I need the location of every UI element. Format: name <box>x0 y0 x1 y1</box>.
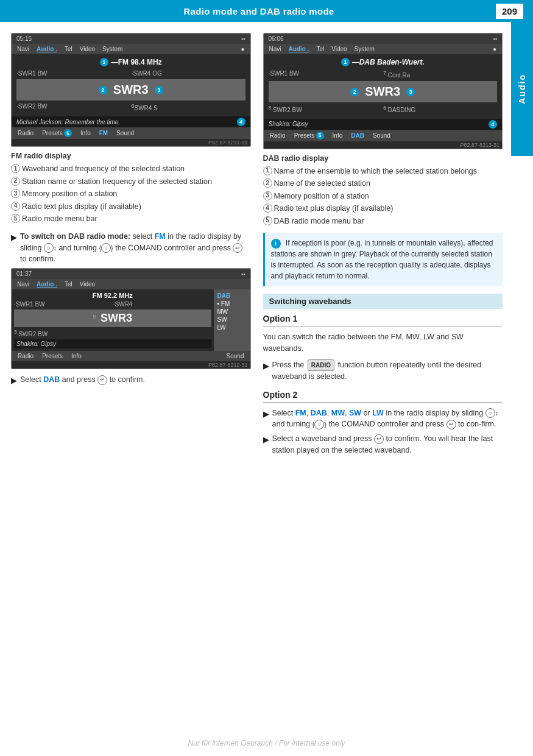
dab-bottom-sound: Sound <box>369 132 394 140</box>
fm-screen-header: 05:15 ▪▪ <box>12 34 250 44</box>
dab-info-text: Shakira: Gipsy <box>269 121 308 127</box>
mode-bottom-presets: Presets <box>38 352 66 360</box>
fm-list-item-2: 2Station name or station frequency of th… <box>11 177 251 188</box>
dab-screen-header: 06:06 ▪▪ <box>264 34 503 44</box>
mode-menu-mw: MW <box>217 308 247 316</box>
main-content: 05:15 ▪▪ Navi Audio . Tel Video System ●… <box>0 22 533 470</box>
dab-stn-swr1: ·SWR1 BW <box>269 70 383 79</box>
fm-list-item-3: 3Memory position of a station <box>11 189 251 200</box>
fm-bottom-bar: Radio Presets 5 Info FM Sound <box>12 127 250 139</box>
fm-list-item-5: 5Radio mode menu bar <box>11 214 251 225</box>
dab-pn: P82.87-8213-31 <box>264 141 503 149</box>
arrow-icon-2: ▶ <box>11 375 17 387</box>
switching-header: Switching wavebands <box>263 294 503 309</box>
mode-screen: 01:37 ▪▪ Navi Audio . Tel Video FM 92.2 … <box>11 268 251 369</box>
slide-ctrl: ○↕ <box>44 243 57 253</box>
mode-bottom-sound: Sound <box>223 352 248 360</box>
mode-main-station: 9 SWR3 <box>14 309 211 327</box>
mode-screen-body: FM 92.2 MHz ·SWR1 BW ·SWR4 9 SWR3 3·SWR2… <box>12 289 250 351</box>
fm-screen: 05:15 ▪▪ Navi Audio . Tel Video System ●… <box>11 33 251 147</box>
fm-bottom-fm: FM <box>96 129 111 137</box>
dab-stn-swr2: 8·SWR2 BW <box>269 105 383 113</box>
option1-header: Option 1 <box>263 314 503 327</box>
fm-nav-dot: ● <box>238 45 247 53</box>
dab-badge-3: 3 <box>406 88 415 96</box>
mode-stations-row1: ·SWR1 BW ·SWR4 <box>14 301 211 308</box>
dab-time: 06:06 <box>269 35 284 42</box>
dab-link-2: DAB <box>311 409 327 417</box>
fm-screen-body: 1 —FM 98.4 MHz ·SWR1 BW ·SWR4 OG 2 SWR3 … <box>12 54 250 116</box>
radio-button-label: RADIO <box>308 359 334 371</box>
left-column: 05:15 ▪▪ Navi Audio . Tel Video System ●… <box>11 33 251 459</box>
fm-nav-navi: Navi <box>14 45 32 53</box>
mode-menu-lw: LW <box>217 323 247 331</box>
mode-nav-tel: Tel <box>62 280 76 288</box>
mode-menu-sw: SW <box>217 316 247 323</box>
mode-bottom-info: Info <box>68 352 85 360</box>
mode-pn: P82.87-8212-31 <box>12 361 250 369</box>
dab-screen-nav: Navi Audio . Tel Video System ● <box>264 44 503 54</box>
turn-ctrl: {○} <box>99 243 113 253</box>
fm-info-text: Michael Jackson: Remember the time <box>16 119 118 125</box>
dab-badge-2: 2 <box>350 88 359 96</box>
fm-link-2: FM <box>295 409 306 417</box>
fm-bottom-sound: Sound <box>113 129 138 137</box>
mode-menu-fm: • FM <box>217 300 247 308</box>
dab-list-item-3: 3Memory position of a station <box>263 191 503 202</box>
page-header: Radio mode and DAB radio mode 209 <box>0 0 533 22</box>
mw-link: MW <box>331 409 345 417</box>
dab-caption: DAB radio display <box>263 154 503 163</box>
confirm-ctrl: ↩ <box>233 243 242 253</box>
dab-nav-navi: Navi <box>266 45 284 53</box>
dab-link: DAB <box>43 375 60 384</box>
fm-bottom-presets: Presets 5 <box>38 129 76 138</box>
fm-bottom-info: Info <box>77 129 94 137</box>
fm-badge-2: 2 <box>99 86 107 94</box>
dab-list: 1Name of the ensemble to which the selec… <box>263 166 503 227</box>
dab-stn-dasding: 6·DASDING <box>383 105 497 113</box>
select-dab-item: ▶ Select DAB and press ↩ to confirm. <box>11 374 251 387</box>
info-icon: i <box>271 239 281 249</box>
mode-nav-navi: Navi <box>14 280 32 288</box>
fm-stn-swr1: ·SWR1 BW <box>16 70 130 77</box>
option1-text: You can switch the radio between the FM,… <box>263 331 503 355</box>
mode-menu-dab: DAB <box>217 292 247 300</box>
arrow-icon-3: ▶ <box>263 360 269 372</box>
dab-list-item-2: 2Name of the selected station <box>263 178 503 189</box>
dab-nav-system: System <box>351 45 378 53</box>
fm-link: FM <box>155 232 166 241</box>
sw-link: SW <box>349 409 361 417</box>
mode-screen-nav: Navi Audio . Tel Video <box>12 279 250 289</box>
fm-stn-swr4og: ·SWR4 OG <box>132 70 245 77</box>
sidebar-audio-label: Audio <box>511 22 533 156</box>
footer-label: Nur für internen Gebrauch / For internal… <box>188 739 345 747</box>
mode-bottom-radio: Radio <box>14 352 37 360</box>
dab-main-stn-name: SWR3 <box>365 85 400 99</box>
dab-stn-cont: 7·Cont.Ra <box>383 70 497 79</box>
page-number: 209 <box>496 4 523 19</box>
arrow-icon: ▶ <box>11 231 17 244</box>
fm-circle-1: 1 <box>100 58 108 66</box>
right-column: 06:06 ▪▪ Navi Audio . Tel Video System ●… <box>263 33 503 459</box>
fm-main-station: 2 SWR3 3 <box>16 79 245 101</box>
mode-stations-row2: 3·SWR2 BW <box>14 329 211 337</box>
option1-bullet: ▶ Press the RADIO function button repeat… <box>263 359 503 383</box>
mode-info: Shakira: Gipsy <box>14 339 211 348</box>
dab-stations-row1: ·SWR1 BW 7·Cont.Ra <box>269 70 498 79</box>
fm-screen-nav: Navi Audio . Tel Video System ● <box>12 44 250 54</box>
fm-nav-audio: Audio . <box>34 45 60 53</box>
fm-info-bar: Michael Jackson: Remember the time 4 <box>12 116 250 127</box>
fm-time: 05:15 <box>16 35 32 42</box>
dab-info-bar: Shakira: Gipsy 4 <box>264 119 503 130</box>
fm-freq: —FM 98.4 MHz <box>111 58 162 66</box>
mode-screen-header: 01:37 ▪▪ <box>12 269 250 279</box>
mode-screen-main: FM 92.2 MHz ·SWR1 BW ·SWR4 9 SWR3 3·SWR2… <box>12 289 214 351</box>
page-title: Radio mode and DAB radio mode <box>22 6 496 16</box>
fm-caption: FM radio display <box>11 152 251 160</box>
fm-list-item-4: 4Radio text plus display (if available) <box>11 202 251 213</box>
confirm-ctrl-4: ↩ <box>374 434 384 444</box>
option2-bullet-1: ▶ Select FM, DAB, MW, SW or LW in the ra… <box>263 408 503 431</box>
mode-time: 01:37 <box>16 270 32 277</box>
dab-bottom-dab: DAB <box>347 132 368 140</box>
dab-screen: 06:06 ▪▪ Navi Audio . Tel Video System ●… <box>263 33 503 149</box>
